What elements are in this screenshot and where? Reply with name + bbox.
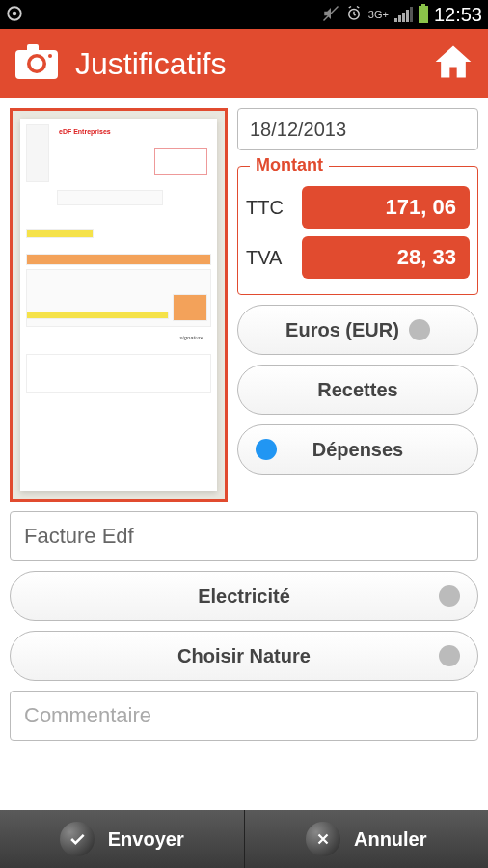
svg-point-1 xyxy=(13,11,17,15)
category-selector[interactable]: Electricité xyxy=(10,571,478,621)
svg-point-7 xyxy=(31,58,43,70)
camera-icon[interactable] xyxy=(14,42,60,85)
network-type-label: 3G+ xyxy=(368,9,389,20)
currency-selector[interactable]: Euros (EUR) xyxy=(237,305,478,355)
status-bar: 3G+ 12:53 xyxy=(0,0,488,29)
radio-dot-selected-icon xyxy=(256,439,277,460)
date-value: 18/12/2013 xyxy=(250,119,346,141)
clock-label: 12:53 xyxy=(434,4,482,26)
recettes-button[interactable]: Recettes xyxy=(237,365,478,415)
check-icon xyxy=(60,822,95,856)
depenses-label: Dépenses xyxy=(312,439,404,461)
tva-input[interactable]: 28, 33 xyxy=(302,236,470,279)
home-icon[interactable] xyxy=(432,41,474,87)
category-label: Electricité xyxy=(198,585,290,608)
comment-placeholder: Commentaire xyxy=(24,703,151,728)
radio-dot-icon xyxy=(439,585,460,607)
ttc-input[interactable]: 171, 06 xyxy=(302,186,470,229)
depenses-button[interactable]: Dépenses xyxy=(237,424,478,475)
nature-label: Choisir Nature xyxy=(177,645,311,667)
amount-fieldset: Montant TTC 171, 06 TVA 28, 33 xyxy=(237,166,478,295)
send-label: Envoyer xyxy=(108,828,184,851)
date-field[interactable]: 18/12/2013 xyxy=(237,108,478,150)
description-value: Facture Edf xyxy=(24,524,134,549)
amount-legend: Montant xyxy=(250,155,329,176)
signal-icon xyxy=(394,7,413,22)
app-bar: Justificatifs xyxy=(0,29,488,98)
svg-point-8 xyxy=(48,54,52,58)
comment-input[interactable]: Commentaire xyxy=(10,691,478,741)
close-icon xyxy=(306,822,340,856)
receipt-photo[interactable]: eDF Entreprises signature xyxy=(10,108,228,502)
alarm-icon xyxy=(345,5,363,25)
description-input[interactable]: Facture Edf xyxy=(10,511,478,561)
recettes-label: Recettes xyxy=(317,379,397,401)
app-indicator-icon xyxy=(6,5,23,25)
cancel-label: Annuler xyxy=(354,828,427,851)
svg-rect-5 xyxy=(27,44,39,52)
tva-label: TVA xyxy=(246,247,302,269)
currency-label: Euros (EUR) xyxy=(285,319,399,341)
radio-dot-icon xyxy=(409,319,430,340)
mute-icon xyxy=(322,5,339,25)
page-title: Justificatifs xyxy=(75,46,417,82)
send-button[interactable]: Envoyer xyxy=(0,810,245,868)
bottom-bar: Envoyer Annuler xyxy=(0,810,488,868)
battery-icon xyxy=(419,6,428,23)
ttc-label: TTC xyxy=(246,197,302,219)
cancel-button[interactable]: Annuler xyxy=(245,810,489,868)
nature-selector[interactable]: Choisir Nature xyxy=(10,631,478,681)
radio-dot-icon xyxy=(439,645,460,666)
